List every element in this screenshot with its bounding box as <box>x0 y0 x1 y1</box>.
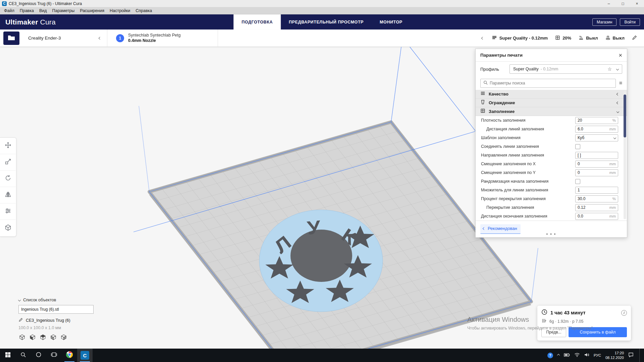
edit-settings-icon[interactable] <box>632 35 637 42</box>
setting-value: Куб <box>578 135 584 140</box>
menu-settings[interactable]: Параметры <box>50 7 77 14</box>
setting-infill-line-directions[interactable]: Направления линии заполнения [ ] <box>476 151 627 160</box>
setting-infill-line-multiplier[interactable]: Множитель для линии заполнения 1 <box>476 186 627 194</box>
setting-field[interactable]: 0mm <box>575 161 618 168</box>
support-blocker-button[interactable] <box>0 220 16 236</box>
printer-selector[interactable]: Creality Ender-3 <box>19 29 107 47</box>
start-button[interactable] <box>0 349 15 362</box>
rotate-tool-button[interactable] <box>0 171 16 187</box>
open-file-button[interactable] <box>3 32 19 45</box>
setting-infill-overlap[interactable]: Перекрытие заполнения 0.12mm <box>476 203 627 212</box>
menu-view[interactable]: Вид <box>37 7 50 14</box>
star-icon[interactable]: ☆ <box>607 66 612 72</box>
marketplace-button[interactable]: Магазин <box>592 18 616 26</box>
battery-icon[interactable] <box>564 352 570 358</box>
checkbox[interactable] <box>575 144 580 149</box>
language-indicator[interactable]: РУС <box>594 353 601 357</box>
setting-infill-line-distance[interactable]: Дистанция линий заполнения 6.0mm <box>476 125 627 133</box>
chrome-taskbar-button[interactable] <box>62 349 77 362</box>
object-name-box[interactable] <box>18 305 94 314</box>
window-title: CE3_Ingenious Trug (6) - Ultimaker Cura <box>9 1 82 6</box>
close-button[interactable]: × <box>630 0 644 7</box>
pencil-icon[interactable] <box>18 317 23 323</box>
search-input[interactable] <box>490 81 613 85</box>
profile-dropdown[interactable]: Super Quality - 0.12mm ☆ <box>509 64 622 74</box>
action-center-icon[interactable] <box>628 352 634 359</box>
info-icon[interactable]: i <box>621 310 627 316</box>
show-desktop-button[interactable] <box>639 349 641 362</box>
setting-field[interactable]: 30.0% <box>575 195 618 202</box>
menu-edit[interactable]: Правка <box>17 7 37 14</box>
setting-infill-pattern[interactable]: Шаблон заполнения Куб <box>476 133 627 142</box>
setting-field[interactable]: [ ] <box>575 152 618 159</box>
profile-value: Super Quality <box>513 67 539 71</box>
setting-infill-wipe-distance[interactable]: Дистанция окончания заполнения 0.0mm <box>476 212 627 221</box>
setting-infill-overlap-percentage[interactable]: Процент перекрытия заполнения 30.0% <box>476 194 627 203</box>
tab-prepare[interactable]: ПОДГОТОВКА <box>233 14 281 29</box>
help-icon[interactable]: ? <box>547 353 553 358</box>
setting-connect-infill-lines[interactable]: Соединять линии заполнения <box>476 142 627 151</box>
taskbar-clock[interactable]: 17:20 08.12.2020 <box>605 351 624 360</box>
view-isometric-icon[interactable] <box>18 334 26 341</box>
scrollbar-thumb[interactable] <box>624 95 626 137</box>
volume-icon[interactable] <box>584 352 589 358</box>
collapse-panel-icon[interactable] <box>481 37 484 39</box>
setting-infill-y-offset[interactable]: Смещение заполнения по Y 0mm <box>476 168 627 177</box>
setting-field[interactable]: 0.0mm <box>575 213 618 220</box>
sign-in-button[interactable]: Войти <box>620 18 640 26</box>
setting-field[interactable]: 0.12mm <box>575 204 618 211</box>
settings-scrollbar[interactable] <box>624 91 626 219</box>
view-left-icon[interactable] <box>50 334 57 341</box>
menu-extensions[interactable]: Расширения <box>77 7 107 14</box>
cura-taskbar-button[interactable]: C <box>77 349 93 362</box>
recommended-mode-button[interactable]: Рекомендован <box>480 224 521 234</box>
setting-field[interactable]: 20% <box>575 117 618 124</box>
move-icon <box>4 141 12 150</box>
cortana-button[interactable] <box>31 349 46 362</box>
object-name-input[interactable] <box>19 307 93 312</box>
category-quality[interactable]: Качество <box>476 90 627 99</box>
filter-icon[interactable]: ≡ <box>619 80 622 86</box>
view-front-icon[interactable] <box>29 334 36 341</box>
print-settings-summary[interactable]: Super Quality - 0.12mm 20% Выкл Выкл <box>482 35 644 42</box>
move-tool-button[interactable] <box>0 138 16 154</box>
setting-field[interactable]: 0mm <box>575 169 618 176</box>
view-right-icon[interactable] <box>60 334 67 341</box>
save-to-file-button[interactable]: Сохранить в файл <box>569 327 627 337</box>
setting-select[interactable]: Куб <box>575 134 618 141</box>
material-selector[interactable]: 1 Syntechlab Syntechlab Petg 0.4mm Nozzl… <box>107 29 218 47</box>
model-luk-disc[interactable]: Л У К <box>259 210 383 312</box>
menu-help[interactable]: Справка <box>133 7 155 14</box>
tab-preview[interactable]: ПРЕДВАРИТЕЛЬНЫЙ ПРОСМОТР <box>281 14 372 29</box>
checkbox[interactable] <box>575 179 580 184</box>
menu-preferences[interactable]: Настройки <box>107 7 133 14</box>
setting-field[interactable]: 1 <box>575 187 618 194</box>
scale-tool-button[interactable] <box>0 154 16 171</box>
preview-button[interactable]: Предв... <box>541 327 566 337</box>
setting-field[interactable]: 6.0mm <box>575 126 618 133</box>
setting-randomize-infill-start[interactable]: Рандомизация начала заполнения <box>476 177 627 186</box>
category-walls[interactable]: Ограждение <box>476 99 627 107</box>
settings-list: Качество Ограждение Заполнение Плотность… <box>476 90 627 221</box>
tray-expand-icon[interactable] <box>557 354 560 357</box>
object-list-header[interactable]: Список объектов <box>18 298 94 302</box>
minimize-button[interactable]: – <box>602 0 616 7</box>
recommended-label: Рекомендован <box>488 226 517 231</box>
setting-infill-density[interactable]: Плотность заполнения 20% <box>476 116 627 125</box>
task-view-button[interactable] <box>46 349 62 362</box>
wifi-icon[interactable] <box>574 352 580 358</box>
tab-monitor[interactable]: МОНИТОР <box>372 14 411 29</box>
view-top-icon[interactable] <box>39 334 47 341</box>
category-infill[interactable]: Заполнение <box>476 107 627 116</box>
settings-search[interactable] <box>480 79 616 88</box>
taskbar-search-button[interactable] <box>15 349 31 362</box>
setting-infill-x-offset[interactable]: Смещение заполнения по X 0mm <box>476 160 627 168</box>
panel-close-icon[interactable]: × <box>619 52 622 58</box>
profile-suffix: - 0.12mm <box>541 67 558 71</box>
print-settings-panel: Параметры печати × Профиль Super Quality… <box>475 49 627 238</box>
mirror-tool-button[interactable] <box>0 187 16 203</box>
maximize-button[interactable]: □ <box>616 0 630 7</box>
per-model-settings-button[interactable] <box>0 203 16 220</box>
panel-drag-handle[interactable]: • • • <box>546 232 556 237</box>
menu-file[interactable]: Файл <box>1 7 17 14</box>
